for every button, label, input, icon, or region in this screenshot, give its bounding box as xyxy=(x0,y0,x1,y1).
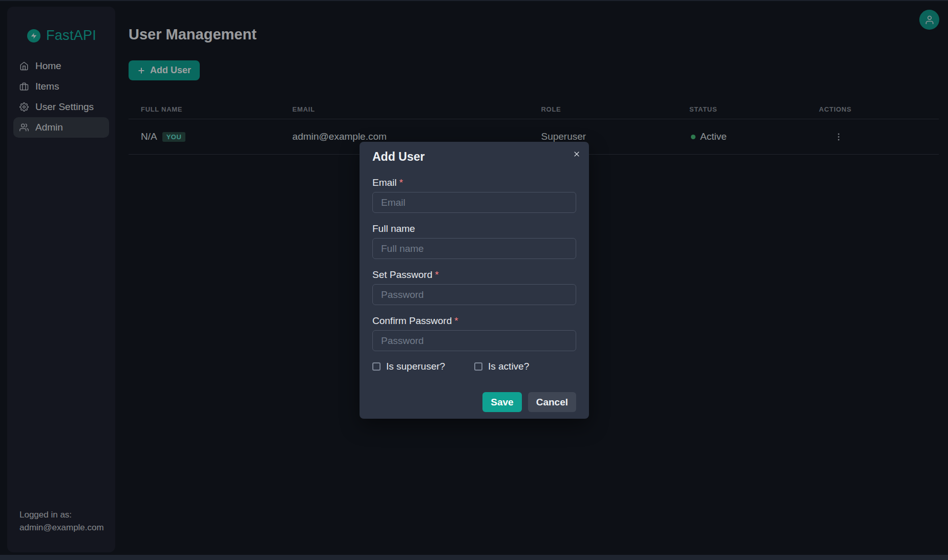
modal-close-button[interactable] xyxy=(568,146,585,162)
confirm-password-label-text: Confirm Password xyxy=(372,315,452,326)
checkbox-box-icon[interactable] xyxy=(372,362,381,371)
set-password-label-text: Set Password xyxy=(372,269,432,280)
confirm-password-field[interactable] xyxy=(372,330,576,351)
confirm-password-label: Confirm Password* xyxy=(372,315,576,327)
modal-footer: Save Cancel xyxy=(372,392,576,412)
checkbox-box-icon[interactable] xyxy=(474,362,482,371)
field-group-confirm-password: Confirm Password* xyxy=(372,315,576,351)
save-button[interactable]: Save xyxy=(482,392,521,412)
checkbox-row: Is superuser? Is active? xyxy=(372,361,576,372)
set-password-field[interactable] xyxy=(372,284,576,305)
is-active-checkbox[interactable]: Is active? xyxy=(474,361,529,372)
required-asterisk: * xyxy=(454,315,458,326)
close-icon xyxy=(573,150,581,158)
field-group-full-name: Full name xyxy=(372,223,576,259)
full-name-field[interactable] xyxy=(372,238,576,259)
is-active-label: Is active? xyxy=(488,361,529,372)
email-field[interactable] xyxy=(372,192,576,213)
required-asterisk: * xyxy=(399,177,403,188)
field-group-set-password: Set Password* xyxy=(372,269,576,305)
set-password-label: Set Password* xyxy=(372,269,576,281)
is-superuser-checkbox[interactable]: Is superuser? xyxy=(372,361,474,372)
required-asterisk: * xyxy=(435,269,438,280)
email-label: Email* xyxy=(372,177,576,189)
modal-body: Email* Full name Set Password* Confirm P… xyxy=(372,177,576,372)
full-name-label: Full name xyxy=(372,223,576,235)
cancel-button[interactable]: Cancel xyxy=(528,392,576,412)
add-user-modal: Add User Email* Full name Set Password* … xyxy=(360,142,589,419)
full-name-label-text: Full name xyxy=(372,223,415,234)
modal-title: Add User xyxy=(372,149,576,164)
is-superuser-label: Is superuser? xyxy=(386,361,445,372)
email-label-text: Email xyxy=(372,177,397,188)
field-group-email: Email* xyxy=(372,177,576,213)
bottom-scrollbar-track[interactable] xyxy=(0,555,948,560)
